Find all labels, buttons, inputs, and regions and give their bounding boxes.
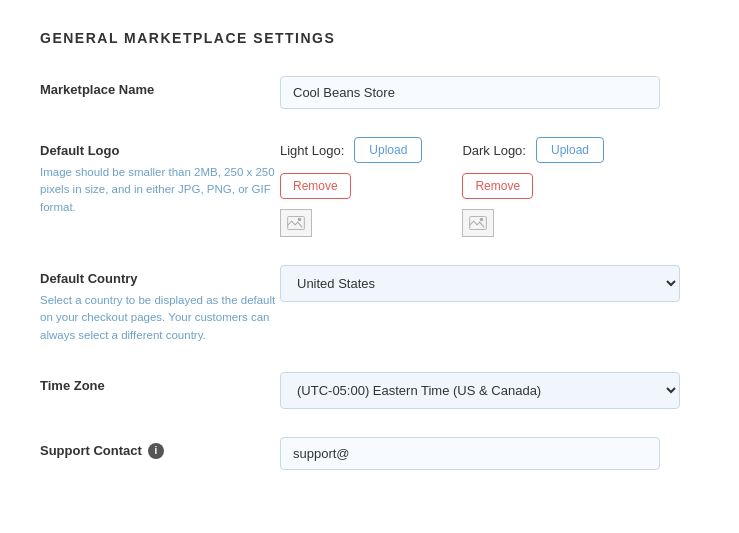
default-country-label: Default Country: [40, 271, 280, 286]
dark-logo-header: Dark Logo: Upload: [462, 137, 604, 163]
default-country-select[interactable]: United States Canada United Kingdom Aust…: [280, 265, 680, 302]
default-country-label-col: Default Country Select a country to be d…: [40, 265, 280, 344]
marketplace-name-label-col: Marketplace Name: [40, 76, 280, 97]
light-logo-label: Light Logo:: [280, 143, 344, 158]
time-zone-label-col: Time Zone: [40, 372, 280, 393]
dark-logo-upload-button[interactable]: Upload: [536, 137, 604, 163]
time-zone-label: Time Zone: [40, 378, 280, 393]
default-logo-subtext: Image should be smaller than 2MB, 250 x …: [40, 164, 280, 216]
dark-logo-preview: [462, 209, 494, 237]
light-logo-remove-button[interactable]: Remove: [280, 173, 351, 199]
default-logo-label: Default Logo: [40, 143, 280, 158]
support-contact-input[interactable]: [280, 437, 660, 470]
support-contact-control: [280, 437, 699, 470]
default-logo-label-col: Default Logo Image should be smaller tha…: [40, 137, 280, 216]
default-logo-row: Default Logo Image should be smaller tha…: [40, 137, 699, 237]
time-zone-row: Time Zone (UTC-05:00) Eastern Time (US &…: [40, 372, 699, 409]
default-country-subtext: Select a country to be displayed as the …: [40, 292, 280, 344]
svg-point-3: [480, 218, 484, 222]
light-logo-upload-button[interactable]: Upload: [354, 137, 422, 163]
support-contact-info-icon[interactable]: i: [148, 443, 164, 459]
svg-point-1: [298, 218, 302, 222]
light-logo-header: Light Logo: Upload: [280, 137, 422, 163]
light-logo-preview: [280, 209, 312, 237]
time-zone-select[interactable]: (UTC-05:00) Eastern Time (US & Canada) (…: [280, 372, 680, 409]
marketplace-name-row: Marketplace Name: [40, 76, 699, 109]
light-logo-group: Light Logo: Upload Remove: [280, 137, 422, 237]
support-contact-label: Support Contact: [40, 443, 142, 458]
default-country-row: Default Country Select a country to be d…: [40, 265, 699, 344]
default-country-control: United States Canada United Kingdom Aust…: [280, 265, 699, 302]
marketplace-name-control: [280, 76, 699, 109]
dark-logo-group: Dark Logo: Upload Remove: [462, 137, 604, 237]
logo-row: Light Logo: Upload Remove Dark Logo: Upl…: [280, 137, 699, 237]
time-zone-control: (UTC-05:00) Eastern Time (US & Canada) (…: [280, 372, 699, 409]
support-label-row: Support Contact i: [40, 443, 280, 459]
marketplace-name-input[interactable]: [280, 76, 660, 109]
dark-logo-label: Dark Logo:: [462, 143, 526, 158]
page-title: GENERAL MARKETPLACE SETTINGS: [40, 30, 699, 46]
default-logo-control: Light Logo: Upload Remove Dark Logo: Upl…: [280, 137, 699, 237]
support-contact-label-col: Support Contact i: [40, 437, 280, 459]
dark-logo-remove-button[interactable]: Remove: [462, 173, 533, 199]
marketplace-name-label: Marketplace Name: [40, 82, 280, 97]
support-contact-row: Support Contact i: [40, 437, 699, 470]
